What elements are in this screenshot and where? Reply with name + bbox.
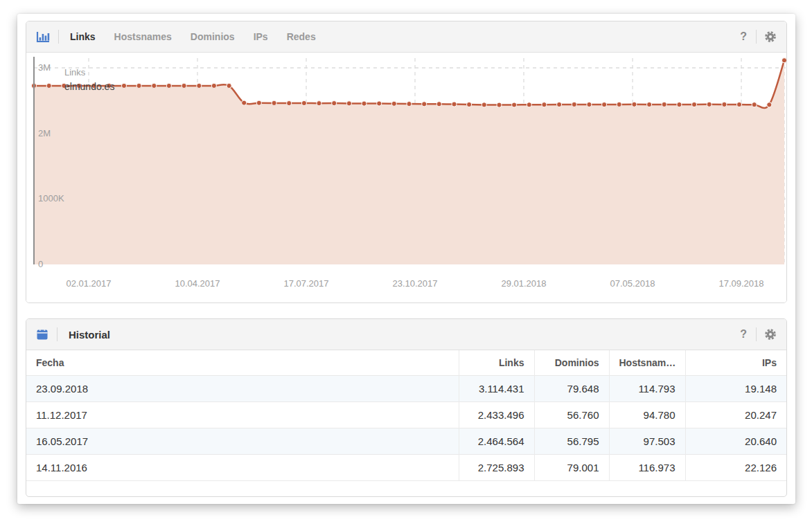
settings-button[interactable] bbox=[764, 30, 777, 43]
legend-host-label: elmundo.es bbox=[64, 81, 114, 92]
cell-value: 94.780 bbox=[609, 402, 685, 428]
svg-text:10.04.2017: 10.04.2017 bbox=[175, 278, 220, 289]
divider bbox=[756, 30, 757, 44]
column-header-fecha[interactable]: Fecha bbox=[26, 350, 459, 376]
calendar-icon bbox=[36, 328, 48, 341]
cell-value: 19.148 bbox=[685, 376, 786, 402]
cell-value: 116.973 bbox=[609, 455, 685, 481]
tab-ips[interactable]: IPs bbox=[254, 31, 268, 42]
table-row: 14.11.20162.725.89379.001116.97322.126 bbox=[26, 455, 786, 481]
legend-series-label: Links bbox=[64, 67, 86, 78]
cell-value: 114.793 bbox=[609, 376, 685, 402]
svg-text:2M: 2M bbox=[38, 128, 51, 138]
cell-value: 22.126 bbox=[685, 455, 786, 481]
help-button[interactable]: ? bbox=[739, 30, 748, 43]
svg-text:17.07.2017: 17.07.2017 bbox=[283, 278, 328, 289]
column-header-ips[interactable]: IPs bbox=[685, 350, 786, 376]
cell-value: 56.795 bbox=[534, 428, 609, 455]
cell-value: 56.760 bbox=[534, 402, 609, 428]
svg-text:02.01.2017: 02.01.2017 bbox=[66, 278, 111, 289]
series-area bbox=[34, 60, 784, 264]
svg-text:0: 0 bbox=[38, 259, 43, 269]
divider bbox=[57, 327, 58, 341]
table-row: 11.12.20172.433.49656.76094.78020.247 bbox=[26, 402, 786, 428]
divider bbox=[756, 327, 757, 341]
chart-area[interactable]: 3M2M1000K002.01.201710.04.201717.07.2017… bbox=[26, 53, 786, 303]
chart-header-actions: ? bbox=[739, 30, 777, 44]
column-header-hostsnam[interactable]: Hostsnam… bbox=[609, 350, 685, 376]
x-axis-labels: 02.01.201710.04.201717.07.201723.10.2017… bbox=[66, 278, 764, 289]
divider bbox=[58, 30, 59, 44]
cell-value: 3.114.431 bbox=[459, 376, 534, 402]
chart-panel-header: LinksHostsnamesDominiosIPsRedes ? bbox=[26, 21, 786, 53]
svg-text:29.01.2018: 29.01.2018 bbox=[501, 278, 546, 289]
tab-redes[interactable]: Redes bbox=[287, 31, 316, 42]
cell-fecha: 16.05.2017 bbox=[26, 428, 459, 455]
table-row: 23.09.20183.114.43179.648114.79319.148 bbox=[26, 376, 786, 402]
cell-value: 2.725.893 bbox=[459, 455, 534, 481]
chart-tabs: LinksHostsnamesDominiosIPsRedes bbox=[70, 31, 316, 42]
gear-icon bbox=[764, 30, 777, 43]
svg-text:07.05.2018: 07.05.2018 bbox=[610, 278, 655, 289]
cell-value: 79.001 bbox=[534, 455, 609, 481]
svg-text:1000K: 1000K bbox=[38, 193, 64, 204]
svg-text:17.09.2018: 17.09.2018 bbox=[718, 278, 764, 289]
cell-value: 20.640 bbox=[685, 428, 786, 455]
history-panel-header: Historial ? bbox=[26, 319, 786, 350]
history-table: FechaLinksDominiosHostsnam…IPs 23.09.201… bbox=[26, 350, 786, 481]
table-row: 16.05.20172.464.56456.79597.50320.640 bbox=[26, 428, 786, 455]
history-panel: Historial ? FechaLinksDominiosHostsnam…I… bbox=[26, 318, 787, 497]
column-header-links[interactable]: Links bbox=[459, 350, 534, 376]
cell-value: 2.464.564 bbox=[459, 428, 534, 455]
cell-value: 79.648 bbox=[534, 376, 609, 402]
tab-links[interactable]: Links bbox=[70, 31, 96, 42]
app-card: LinksHostsnamesDominiosIPsRedes ? 3M2M10… bbox=[17, 14, 795, 504]
cell-value: 20.247 bbox=[685, 402, 786, 428]
cell-value: 97.503 bbox=[609, 428, 685, 455]
links-chart-panel: LinksHostsnamesDominiosIPsRedes ? 3M2M10… bbox=[26, 21, 787, 303]
svg-text:23.10.2017: 23.10.2017 bbox=[392, 278, 437, 289]
cell-fecha: 11.12.2017 bbox=[26, 402, 459, 428]
help-button[interactable]: ? bbox=[739, 328, 748, 341]
column-header-dominios[interactable]: Dominios bbox=[534, 350, 609, 376]
history-table-header-row: FechaLinksDominiosHostsnam…IPs bbox=[26, 350, 786, 376]
tab-hostsnames[interactable]: Hostsnames bbox=[114, 31, 172, 42]
tab-dominios[interactable]: Dominios bbox=[191, 31, 235, 42]
cell-fecha: 23.09.2018 bbox=[26, 376, 459, 402]
cell-value: 2.433.496 bbox=[459, 402, 534, 428]
links-time-series-chart[interactable]: 3M2M1000K002.01.201710.04.201717.07.2017… bbox=[26, 53, 786, 302]
gear-icon bbox=[764, 328, 777, 341]
history-panel-title: Historial bbox=[69, 329, 110, 341]
bar-chart-icon bbox=[36, 31, 50, 43]
svg-text:3M: 3M bbox=[38, 62, 51, 73]
settings-button[interactable] bbox=[764, 328, 777, 341]
cell-fecha: 14.11.2016 bbox=[26, 455, 459, 481]
history-header-actions: ? bbox=[739, 327, 777, 341]
